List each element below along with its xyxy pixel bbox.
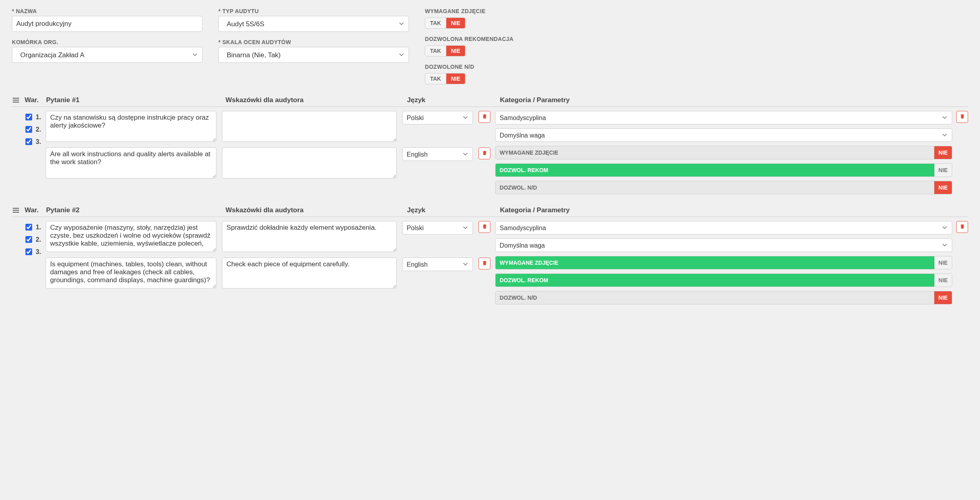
params-stack: SamodyscyplinaDomyślna wagaWYMAGANE ZDJĘ… <box>495 221 952 304</box>
variant-checkbox[interactable] <box>25 138 32 145</box>
param-toggle-main[interactable]: WYMAGANE ZDJĘCIE <box>496 146 934 159</box>
param-toggle-side[interactable]: NIE <box>934 181 952 194</box>
questions-list: War.Pytanie #1Wskazówki dla audytoraJęzy… <box>12 96 968 304</box>
hint-text-input[interactable] <box>222 111 397 142</box>
category-select[interactable]: Samodyscyplina <box>495 111 952 124</box>
translation-row: Polski <box>46 111 490 142</box>
toggle-recom-allowed: TAK NIE <box>425 45 465 56</box>
delete-translation-button[interactable] <box>478 258 490 269</box>
param-toggle-side[interactable]: NIE <box>934 146 952 159</box>
param-toggle-photo: WYMAGANE ZDJĘCIENIE <box>495 256 952 269</box>
language-select[interactable]: English <box>402 147 473 161</box>
translation-row: Polski <box>46 221 490 252</box>
delete-translation-button[interactable] <box>478 147 490 159</box>
variant-checkbox[interactable] <box>25 126 32 133</box>
param-toggle-side[interactable]: NIE <box>934 256 952 269</box>
toggle-photo-no[interactable]: NIE <box>446 18 465 28</box>
trash-icon <box>482 150 488 157</box>
param-toggle-main[interactable]: DOZWOL. REKOM <box>496 274 934 287</box>
col-name-org: * NAZWA KOMÓRKA ORG. Organizacja Zakład … <box>12 8 203 84</box>
question-block: War.Pytanie #2Wskazówki dla audytoraJęzy… <box>12 206 968 304</box>
audit-type-select[interactable]: Audyt 5S/6S <box>218 16 409 32</box>
question-header: War.Pytanie #2Wskazówki dla audytoraJęzy… <box>12 206 968 217</box>
params-column: SamodyscyplinaDomyślna wagaWYMAGANE ZDJĘ… <box>495 221 968 304</box>
translation-row: English <box>46 258 490 289</box>
variant-check-row[interactable]: 1. <box>24 112 41 122</box>
question-body: 1.2.3.PolskiEnglishSamodyscyplinaDomyśln… <box>12 111 968 194</box>
question-text-input[interactable] <box>46 258 216 289</box>
weight-select[interactable]: Domyślna waga <box>495 238 952 252</box>
variant-check-row[interactable]: 3. <box>24 137 41 146</box>
param-toggle-main[interactable]: DOZWOL. REKOM <box>496 164 934 176</box>
col-toggles: WYMAGANE ZDJĘCIE TAK NIE DOZWOLONA REKOM… <box>425 8 968 84</box>
question-text-input[interactable] <box>46 147 216 178</box>
variant-checkbox[interactable] <box>25 236 32 243</box>
col-type-scale: * TYP AUDYTU Audyt 5S/6S * SKALA OCEN AU… <box>218 8 409 84</box>
hint-text-input[interactable] <box>222 258 397 289</box>
question-body: 1.2.3.PolskiEnglishSamodyscyplinaDomyśln… <box>12 221 968 304</box>
trash-icon <box>482 223 488 231</box>
header-category: Kategoria / Parametry <box>500 96 968 104</box>
variant-number: 3. <box>36 138 41 145</box>
weight-select[interactable]: Domyślna waga <box>495 128 952 142</box>
variant-check-row[interactable]: 2. <box>24 125 41 134</box>
header-question: Pytanie #2 <box>46 206 221 214</box>
param-toggle-main[interactable]: DOZWOL. N/D <box>496 291 934 304</box>
toggle-nd-no[interactable]: NIE <box>446 74 465 84</box>
param-toggle-photo: WYMAGANE ZDJĘCIENIE <box>495 146 952 159</box>
param-toggle-side[interactable]: NIE <box>934 164 952 176</box>
param-toggle-main[interactable]: WYMAGANE ZDJĘCIE <box>496 256 934 269</box>
header-war: War. <box>25 206 41 214</box>
label-name: * NAZWA <box>12 8 203 14</box>
param-toggle-side[interactable]: NIE <box>934 274 952 287</box>
category-select[interactable]: Samodyscyplina <box>495 221 952 234</box>
name-input[interactable] <box>12 16 203 32</box>
header-question: Pytanie #1 <box>46 96 221 104</box>
label-rating-scale: * SKALA OCEN AUDYTÓW <box>218 39 409 45</box>
rating-scale-select[interactable]: Binarna (Nie, Tak) <box>218 47 409 63</box>
question-text-input[interactable] <box>46 111 216 142</box>
hint-text-input[interactable] <box>222 221 397 252</box>
header-language: Język <box>407 96 495 104</box>
toggle-recom-no[interactable]: NIE <box>446 46 465 56</box>
variant-checkbox[interactable] <box>25 114 32 120</box>
trash-icon <box>959 113 965 120</box>
trash-icon <box>482 260 488 267</box>
header-war: War. <box>25 96 41 104</box>
variant-checkbox[interactable] <box>25 248 32 255</box>
delete-question-button[interactable] <box>956 111 968 123</box>
param-toggle-main[interactable]: DOZWOL. N/D <box>496 181 934 194</box>
label-org-unit: KOMÓRKA ORG. <box>12 39 203 45</box>
drag-handle-icon[interactable] <box>12 98 20 103</box>
hint-text-input[interactable] <box>222 147 397 178</box>
header-language: Język <box>407 206 495 214</box>
language-select[interactable]: Polski <box>402 111 473 124</box>
delete-question-button[interactable] <box>956 221 968 233</box>
variant-check-row[interactable]: 1. <box>24 223 41 232</box>
variant-check-row[interactable]: 2. <box>24 235 41 244</box>
delete-translation-button[interactable] <box>478 111 490 123</box>
question-header: War.Pytanie #1Wskazówki dla audytoraJęzy… <box>12 96 968 107</box>
variant-number: 2. <box>36 236 41 243</box>
translations-column: PolskiEnglish <box>46 221 490 304</box>
variant-number: 1. <box>36 114 41 121</box>
delete-translation-button[interactable] <box>478 221 490 233</box>
param-toggle-side[interactable]: NIE <box>934 291 952 304</box>
toggle-recom-yes[interactable]: TAK <box>425 46 446 56</box>
header-hints: Wskazówki dla audytora <box>226 206 402 214</box>
toggle-photo-yes[interactable]: TAK <box>425 18 446 28</box>
trash-icon <box>959 223 965 231</box>
label-recom-allowed: DOZWOLONA REKOMENDACJA <box>425 36 968 42</box>
variant-checkbox[interactable] <box>25 224 32 231</box>
param-toggle-recom: DOZWOL. REKOMNIE <box>495 163 952 177</box>
translations-column: PolskiEnglish <box>46 111 490 194</box>
language-select[interactable]: English <box>402 258 473 271</box>
language-select[interactable]: Polski <box>402 221 473 234</box>
org-unit-select[interactable]: Organizacja Zakład A <box>12 47 203 63</box>
question-text-input[interactable] <box>46 221 216 252</box>
drag-handle-icon[interactable] <box>12 208 20 213</box>
param-toggle-recom: DOZWOL. REKOMNIE <box>495 273 952 287</box>
label-nd-allowed: DOZWOLONE N/D <box>425 64 968 70</box>
variant-check-row[interactable]: 3. <box>24 247 41 256</box>
toggle-nd-yes[interactable]: TAK <box>425 74 446 84</box>
